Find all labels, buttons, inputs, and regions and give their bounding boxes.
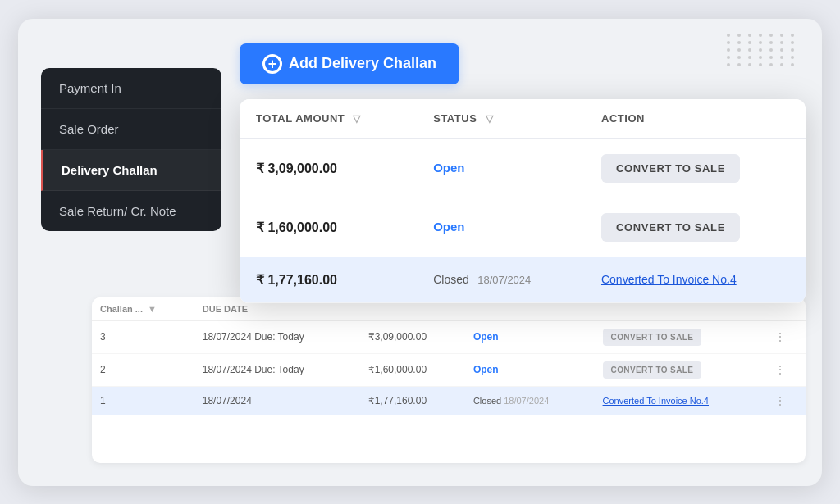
popup-status-3: Closed 18/07/2024 — [417, 257, 585, 302]
popup-action-3: Converted To Invoice No.4 — [585, 257, 806, 302]
col-action: ACTION — [585, 99, 806, 138]
convert-to-sale-btn-1[interactable]: CONVERT TO SALE — [601, 154, 740, 183]
sidebar: Payment In Sale Order Delivery Challan S… — [41, 68, 221, 231]
popup-amount-3: ₹ 1,77,160.00 — [240, 257, 417, 302]
content-area: + Add Delivery Challan TOTAL AMOUNT ▽ ST… — [240, 43, 806, 461]
popup-amount-2: ₹ 1,60,000.00 — [240, 198, 417, 257]
invoice-link[interactable]: Converted To Invoice No.4 — [601, 273, 737, 286]
col-status: STATUS ▽ — [417, 99, 585, 138]
popup-action-2: CONVERT TO SALE — [585, 198, 806, 257]
popup-row-3-highlighted: ₹ 1,77,160.00 Closed 18/07/2024 Converte… — [240, 257, 806, 302]
total-amount-filter-icon[interactable]: ▽ — [353, 113, 361, 125]
convert-to-sale-btn-2[interactable]: CONVERT TO SALE — [601, 213, 740, 242]
plus-icon: + — [262, 54, 282, 74]
sidebar-item-delivery-challan[interactable]: Delivery Challan — [41, 150, 221, 191]
add-delivery-challan-button[interactable]: + Add Delivery Challan — [240, 43, 459, 84]
popup-status-2: Open — [417, 198, 585, 257]
sidebar-item-sale-order[interactable]: Sale Order — [41, 109, 221, 150]
main-container: Payment In Sale Order Delivery Challan S… — [18, 19, 822, 486]
popup-row-1: ₹ 3,09,000.00 Open CONVERT TO SALE — [240, 138, 806, 198]
status-filter-icon[interactable]: ▽ — [486, 113, 494, 125]
popup-row-2: ₹ 1,60,000.00 Open CONVERT TO SALE — [240, 198, 806, 257]
sidebar-item-payment-in[interactable]: Payment In — [41, 68, 221, 109]
bg-col-challan: Challan ... ▼ — [92, 297, 194, 321]
popup-table: TOTAL AMOUNT ▽ STATUS ▽ ACTION — [240, 99, 806, 303]
popup-amount-1: ₹ 3,09,000.00 — [240, 138, 417, 198]
popup-action-1: CONVERT TO SALE — [585, 138, 806, 198]
add-button-label: Add Delivery Challan — [289, 55, 436, 72]
sidebar-item-sale-return[interactable]: Sale Return/ Cr. Note — [41, 191, 221, 231]
col-total-amount: TOTAL AMOUNT ▽ — [240, 99, 417, 138]
popup-status-1: Open — [417, 138, 585, 198]
